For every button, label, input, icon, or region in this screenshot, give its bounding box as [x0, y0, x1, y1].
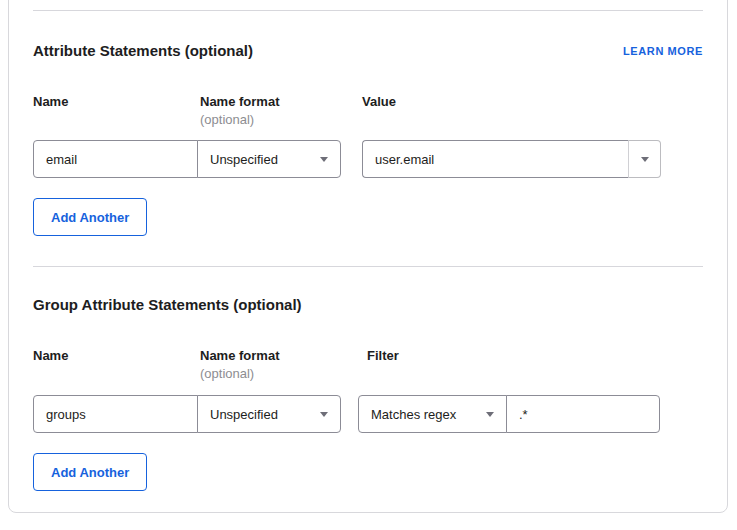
dropdown-caret-icon	[486, 412, 494, 417]
dropdown-caret-icon	[320, 412, 328, 417]
learn-more-link[interactable]: LEARN MORE	[623, 42, 703, 58]
add-another-group-attribute-button[interactable]: Add Another	[33, 453, 147, 491]
top-divider	[33, 10, 703, 11]
attribute-value-dropdown-button[interactable]	[629, 140, 661, 178]
value-column-label: Value	[362, 93, 396, 110]
attribute-name-format-select[interactable]: Unspecified	[197, 140, 341, 178]
group-attribute-name-format-select[interactable]: Unspecified	[197, 395, 341, 433]
attribute-value-combobox	[362, 140, 661, 178]
group-name-column-label: Name	[33, 347, 200, 364]
group-filter-type-value: Matches regex	[371, 407, 456, 422]
group-attribute-statement-row: Unspecified Matches regex	[33, 395, 703, 433]
group-filter-value-input[interactable]	[506, 395, 660, 433]
attribute-statements-header: Attribute Statements (optional) LEARN MO…	[33, 42, 703, 60]
attribute-name-format-value: Unspecified	[210, 152, 278, 167]
group-attribute-name-input[interactable]	[33, 395, 198, 433]
attribute-value-input[interactable]	[362, 140, 629, 178]
dropdown-caret-icon	[641, 157, 649, 162]
add-another-attribute-button[interactable]: Add Another	[33, 198, 147, 236]
attribute-statements-title: Attribute Statements (optional)	[33, 42, 253, 60]
group-attribute-columns-header: Name Name format (optional) Filter	[33, 347, 703, 382]
dropdown-caret-icon	[320, 157, 328, 162]
filter-column-label: Filter	[367, 347, 399, 364]
name-format-column-label: Name format	[200, 93, 362, 110]
group-attribute-statements-header: Group Attribute Statements (optional)	[33, 296, 703, 314]
attribute-statement-row: Unspecified	[33, 140, 703, 178]
attribute-columns-header: Name Name format (optional) Value	[33, 93, 703, 128]
name-format-optional-label: (optional)	[200, 112, 362, 128]
section-divider	[33, 266, 703, 267]
group-attribute-statements-title: Group Attribute Statements (optional)	[33, 296, 302, 314]
group-name-format-optional-label: (optional)	[200, 366, 367, 382]
group-name-format-column-label: Name format	[200, 347, 367, 364]
group-attribute-name-format-value: Unspecified	[210, 407, 278, 422]
name-column-label: Name	[33, 93, 200, 110]
settings-card: Attribute Statements (optional) LEARN MO…	[8, 0, 728, 513]
attribute-name-input[interactable]	[33, 140, 198, 178]
group-filter-type-select[interactable]: Matches regex	[358, 395, 507, 433]
